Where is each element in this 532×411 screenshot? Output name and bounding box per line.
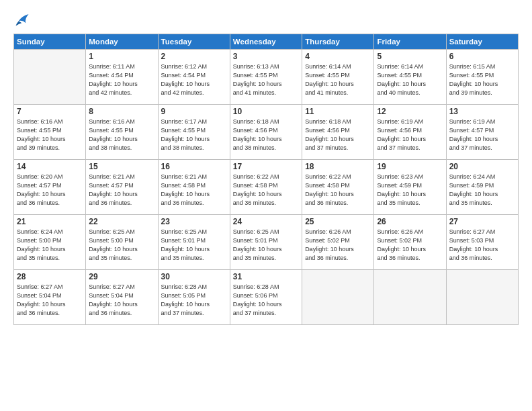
day-info: Sunrise: 6:25 AMSunset: 5:00 PMDaylight:…: [89, 228, 154, 263]
day-number: 16: [161, 162, 227, 171]
day-info: Sunrise: 6:15 AMSunset: 4:55 PMDaylight:…: [449, 62, 515, 97]
day-info: Sunrise: 6:22 AMSunset: 4:58 PMDaylight:…: [305, 173, 371, 208]
day-info: Sunrise: 6:27 AMSunset: 5:04 PMDaylight:…: [17, 283, 83, 318]
calendar-cell: 18Sunrise: 6:22 AMSunset: 4:58 PMDayligh…: [302, 160, 374, 215]
day-info: Sunrise: 6:11 AMSunset: 4:54 PMDaylight:…: [89, 62, 154, 97]
day-info: Sunrise: 6:21 AMSunset: 4:57 PMDaylight:…: [89, 173, 154, 208]
day-info: Sunrise: 6:20 AMSunset: 4:57 PMDaylight:…: [17, 173, 83, 208]
day-number: 10: [233, 107, 299, 116]
calendar-cell: 26Sunrise: 6:26 AMSunset: 5:02 PMDayligh…: [374, 215, 446, 270]
day-info: Sunrise: 6:27 AMSunset: 5:03 PMDaylight:…: [449, 228, 515, 263]
calendar-header-tuesday: Tuesday: [158, 34, 230, 50]
calendar-cell: 20Sunrise: 6:24 AMSunset: 4:59 PMDayligh…: [446, 160, 518, 215]
calendar-cell: 2Sunrise: 6:12 AMSunset: 4:54 PMDaylight…: [158, 50, 230, 105]
day-number: 2: [161, 52, 227, 61]
calendar-cell: 17Sunrise: 6:22 AMSunset: 4:58 PMDayligh…: [230, 160, 302, 215]
calendar-cell: [446, 270, 518, 325]
day-number: 1: [89, 52, 154, 61]
calendar-header-sunday: Sunday: [14, 34, 86, 50]
day-number: 19: [377, 162, 443, 171]
header: [13, 12, 519, 27]
day-number: 26: [377, 217, 443, 226]
day-number: 17: [233, 162, 299, 171]
day-info: Sunrise: 6:16 AMSunset: 4:55 PMDaylight:…: [89, 118, 154, 152]
calendar-cell: 29Sunrise: 6:27 AMSunset: 5:04 PMDayligh…: [86, 270, 158, 325]
day-number: 31: [233, 272, 299, 281]
day-info: Sunrise: 6:23 AMSunset: 4:59 PMDaylight:…: [377, 173, 443, 208]
calendar-cell: 24Sunrise: 6:25 AMSunset: 5:01 PMDayligh…: [230, 215, 302, 270]
day-info: Sunrise: 6:21 AMSunset: 4:58 PMDaylight:…: [161, 173, 227, 208]
calendar-cell: 23Sunrise: 6:25 AMSunset: 5:01 PMDayligh…: [158, 215, 230, 270]
calendar-cell: 4Sunrise: 6:14 AMSunset: 4:55 PMDaylight…: [302, 50, 374, 105]
calendar-cell: [302, 270, 374, 325]
calendar-week-2: 7Sunrise: 6:16 AMSunset: 4:55 PMDaylight…: [14, 105, 519, 160]
day-info: Sunrise: 6:18 AMSunset: 4:56 PMDaylight:…: [305, 118, 371, 152]
calendar-header-monday: Monday: [86, 34, 158, 50]
calendar-week-5: 28Sunrise: 6:27 AMSunset: 5:04 PMDayligh…: [14, 270, 519, 325]
calendar-cell: 27Sunrise: 6:27 AMSunset: 5:03 PMDayligh…: [446, 215, 518, 270]
day-info: Sunrise: 6:12 AMSunset: 4:54 PMDaylight:…: [161, 62, 227, 97]
calendar-header-wednesday: Wednesday: [230, 34, 302, 50]
day-number: 8: [89, 107, 154, 116]
calendar-cell: 25Sunrise: 6:26 AMSunset: 5:02 PMDayligh…: [302, 215, 374, 270]
calendar-cell: 9Sunrise: 6:17 AMSunset: 4:55 PMDaylight…: [158, 105, 230, 160]
calendar-cell: 7Sunrise: 6:16 AMSunset: 4:55 PMDaylight…: [14, 105, 86, 160]
calendar-cell: 22Sunrise: 6:25 AMSunset: 5:00 PMDayligh…: [86, 215, 158, 270]
day-info: Sunrise: 6:19 AMSunset: 4:57 PMDaylight:…: [449, 118, 515, 152]
calendar-cell: 8Sunrise: 6:16 AMSunset: 4:55 PMDaylight…: [86, 105, 158, 160]
day-info: Sunrise: 6:25 AMSunset: 5:01 PMDaylight:…: [233, 228, 299, 263]
day-info: Sunrise: 6:28 AMSunset: 5:06 PMDaylight:…: [233, 283, 299, 318]
day-number: 12: [377, 107, 443, 116]
day-info: Sunrise: 6:14 AMSunset: 4:55 PMDaylight:…: [305, 62, 371, 97]
page: SundayMondayTuesdayWednesdayThursdayFrid…: [0, 0, 532, 411]
day-number: 6: [449, 52, 515, 61]
day-number: 5: [377, 52, 443, 61]
day-info: Sunrise: 6:19 AMSunset: 4:56 PMDaylight:…: [377, 118, 443, 152]
day-number: 22: [89, 217, 154, 226]
day-number: 28: [17, 272, 83, 281]
calendar-header-friday: Friday: [374, 34, 446, 50]
day-info: Sunrise: 6:26 AMSunset: 5:02 PMDaylight:…: [377, 228, 443, 263]
day-number: 9: [161, 107, 227, 116]
logo: [13, 15, 30, 27]
calendar-cell: 15Sunrise: 6:21 AMSunset: 4:57 PMDayligh…: [86, 160, 158, 215]
day-info: Sunrise: 6:22 AMSunset: 4:58 PMDaylight:…: [233, 173, 299, 208]
calendar-cell: 1Sunrise: 6:11 AMSunset: 4:54 PMDaylight…: [86, 50, 158, 105]
day-number: 20: [449, 162, 515, 171]
calendar-week-3: 14Sunrise: 6:20 AMSunset: 4:57 PMDayligh…: [14, 160, 519, 215]
calendar-cell: 31Sunrise: 6:28 AMSunset: 5:06 PMDayligh…: [230, 270, 302, 325]
day-info: Sunrise: 6:18 AMSunset: 4:56 PMDaylight:…: [233, 118, 299, 152]
day-number: 27: [449, 217, 515, 226]
calendar-cell: 16Sunrise: 6:21 AMSunset: 4:58 PMDayligh…: [158, 160, 230, 215]
day-info: Sunrise: 6:27 AMSunset: 5:04 PMDaylight:…: [89, 283, 154, 318]
day-number: 23: [161, 217, 227, 226]
day-number: 15: [89, 162, 154, 171]
calendar-cell: [374, 270, 446, 325]
day-number: 18: [305, 162, 371, 171]
calendar-cell: 28Sunrise: 6:27 AMSunset: 5:04 PMDayligh…: [14, 270, 86, 325]
calendar-header-thursday: Thursday: [302, 34, 374, 50]
day-info: Sunrise: 6:14 AMSunset: 4:55 PMDaylight:…: [377, 62, 443, 97]
day-number: 21: [17, 217, 83, 226]
day-info: Sunrise: 6:25 AMSunset: 5:01 PMDaylight:…: [161, 228, 227, 263]
day-info: Sunrise: 6:24 AMSunset: 4:59 PMDaylight:…: [449, 173, 515, 208]
calendar-cell: 6Sunrise: 6:15 AMSunset: 4:55 PMDaylight…: [446, 50, 518, 105]
calendar-cell: [14, 50, 86, 105]
calendar: SundayMondayTuesdayWednesdayThursdayFrid…: [13, 34, 519, 325]
day-number: 4: [305, 52, 371, 61]
calendar-cell: 3Sunrise: 6:13 AMSunset: 4:55 PMDaylight…: [230, 50, 302, 105]
calendar-cell: 5Sunrise: 6:14 AMSunset: 4:55 PMDaylight…: [374, 50, 446, 105]
day-number: 25: [305, 217, 371, 226]
day-number: 11: [305, 107, 371, 116]
day-number: 14: [17, 162, 83, 171]
calendar-cell: 19Sunrise: 6:23 AMSunset: 4:59 PMDayligh…: [374, 160, 446, 215]
day-info: Sunrise: 6:26 AMSunset: 5:02 PMDaylight:…: [305, 228, 371, 263]
calendar-cell: 14Sunrise: 6:20 AMSunset: 4:57 PMDayligh…: [14, 160, 86, 215]
bird-icon: [15, 12, 30, 27]
day-number: 29: [89, 272, 154, 281]
calendar-cell: 13Sunrise: 6:19 AMSunset: 4:57 PMDayligh…: [446, 105, 518, 160]
day-number: 13: [449, 107, 515, 116]
day-info: Sunrise: 6:28 AMSunset: 5:05 PMDaylight:…: [161, 283, 227, 318]
day-info: Sunrise: 6:16 AMSunset: 4:55 PMDaylight:…: [17, 118, 83, 152]
day-number: 24: [233, 217, 299, 226]
